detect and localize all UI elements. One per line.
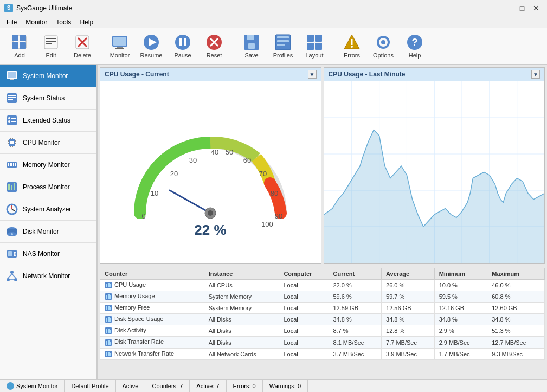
edit-button[interactable]: Edit: [36, 30, 66, 62]
minimize-button[interactable]: —: [501, 3, 514, 14]
line-dropdown[interactable]: ▼: [531, 70, 540, 79]
help-label: Help: [409, 52, 421, 59]
save-label: Save: [244, 52, 258, 59]
svg-rect-32: [315, 35, 322, 42]
table-row[interactable]: Disk Space Usage All Disks Local 34.8 % …: [100, 314, 545, 325]
svg-rect-51: [11, 118, 16, 119]
col-current: Current: [329, 268, 382, 280]
system-monitor-icon: [5, 69, 18, 82]
sidebar-item-system-status[interactable]: System Status: [0, 87, 96, 110]
sidebar-label-system-analyzer: System Analyzer: [23, 205, 71, 213]
sidebar-item-process-monitor[interactable]: Process Monitor: [0, 176, 96, 198]
delete-icon: [74, 34, 91, 51]
cpu-line-header: CPU Usage - Last Minute ▼: [324, 68, 545, 81]
cell-instance: System Memory: [204, 303, 279, 314]
svg-text:0: 0: [142, 212, 146, 220]
svg-rect-2: [20, 35, 26, 41]
cell-computer: Local: [279, 291, 329, 303]
cell-minimum: 59.5 %: [434, 291, 487, 303]
svg-rect-119: [106, 284, 107, 287]
menu-help[interactable]: Help: [75, 17, 98, 27]
layout-button[interactable]: Layout: [299, 30, 330, 62]
svg-rect-20: [184, 38, 186, 46]
add-button[interactable]: Add: [4, 30, 35, 62]
cell-maximum: 12.60 GB: [487, 303, 545, 314]
menu-monitor[interactable]: Monitor: [21, 17, 52, 27]
close-button[interactable]: ✕: [530, 3, 543, 14]
table-row[interactable]: Memory Free System Memory Local 12.59 GB…: [100, 303, 545, 314]
svg-line-88: [8, 274, 12, 278]
svg-rect-69: [15, 163, 16, 166]
edit-label: Edit: [46, 52, 56, 59]
errors-button[interactable]: Errors: [337, 30, 367, 62]
status-bar: System Monitor Default Profile Active Co…: [0, 379, 547, 392]
table-row[interactable]: Disk Activity All Disks Local 8.7 % 12.8…: [100, 325, 545, 337]
sidebar-item-extended-status[interactable]: Extended Status: [0, 110, 96, 132]
toolbar-sep-2: [233, 33, 233, 59]
svg-point-80: [11, 233, 13, 235]
cell-maximum: 9.3 MB/Sec: [487, 348, 545, 359]
sidebar-item-network-monitor[interactable]: Network Monitor: [0, 265, 96, 287]
monitor-button[interactable]: Monitor: [105, 30, 135, 62]
svg-rect-56: [8, 140, 9, 142]
svg-rect-26: [248, 43, 255, 49]
sidebar-item-disk-monitor[interactable]: Disk Monitor: [0, 221, 96, 243]
status-counters-label: Counters: 7: [152, 383, 183, 389]
help-button[interactable]: ? Help: [400, 30, 430, 62]
table-row[interactable]: Memory Usage System Memory Local 59.6 % …: [100, 291, 545, 303]
menu-file[interactable]: File: [2, 17, 21, 27]
save-button[interactable]: Save: [236, 30, 267, 62]
svg-rect-29: [277, 40, 289, 42]
svg-rect-139: [106, 341, 107, 345]
gauge-dropdown[interactable]: ▼: [308, 70, 317, 79]
menu-tools[interactable]: Tools: [52, 17, 75, 27]
sidebar-item-cpu-monitor[interactable]: CPU Monitor: [0, 132, 96, 154]
profiles-label: Profiles: [273, 52, 293, 59]
resume-button[interactable]: Resume: [136, 30, 166, 62]
title-controls[interactable]: — □ ✕: [501, 3, 543, 14]
layout-icon: [306, 34, 323, 51]
monitor-icon: [111, 34, 128, 51]
options-button[interactable]: Options: [368, 30, 398, 62]
svg-rect-82: [8, 251, 12, 256]
svg-text:40: 40: [211, 148, 218, 156]
sidebar-item-system-monitor[interactable]: System Monitor: [0, 65, 96, 87]
table-row[interactable]: CPU Usage All CPUs Local 22.0 % 26.0 % 1…: [100, 280, 545, 291]
status-counters: Counters: 7: [145, 380, 190, 392]
cell-computer: Local: [279, 337, 329, 348]
cell-computer: Local: [279, 303, 329, 314]
profiles-button[interactable]: Profiles: [268, 30, 298, 62]
col-minimum: Minimum: [434, 268, 487, 280]
svg-rect-61: [12, 138, 13, 139]
svg-rect-25: [247, 35, 254, 40]
sidebar-item-nas-monitor[interactable]: NAS Monitor: [0, 243, 96, 265]
resume-label: Resume: [140, 52, 163, 59]
sidebar-item-memory-monitor[interactable]: Memory Monitor: [0, 154, 96, 176]
sidebar-item-system-analyzer[interactable]: System Analyzer: [0, 198, 96, 221]
cell-instance: All Disks: [204, 337, 279, 348]
svg-text:10: 10: [151, 189, 158, 197]
cell-counter: CPU Usage: [100, 280, 204, 291]
svg-rect-73: [14, 183, 15, 190]
svg-rect-28: [277, 36, 289, 38]
svg-text:80: 80: [271, 189, 278, 197]
svg-point-50: [8, 117, 10, 119]
svg-rect-57: [8, 143, 9, 144]
table-row[interactable]: Network Transfer Rate All Network Cards …: [100, 348, 545, 359]
pause-button[interactable]: Pause: [168, 30, 198, 62]
reset-button[interactable]: Reset: [199, 30, 229, 62]
cell-computer: Local: [279, 280, 329, 291]
svg-rect-124: [108, 294, 110, 299]
svg-rect-133: [110, 318, 111, 322]
svg-rect-137: [110, 330, 111, 333]
svg-text:30: 30: [189, 156, 197, 164]
svg-line-89: [12, 274, 16, 278]
maximize-button[interactable]: □: [516, 3, 529, 14]
cell-instance: All Disks: [204, 314, 279, 325]
table-row[interactable]: Disk Transfer Rate All Disks Local 8.1 M…: [100, 337, 545, 348]
svg-rect-121: [110, 284, 111, 287]
cell-current: 22.0 %: [329, 280, 382, 291]
delete-button[interactable]: Delete: [67, 30, 98, 62]
delete-label: Delete: [74, 52, 91, 59]
app-title: SysGauge Ultimate: [16, 4, 72, 12]
